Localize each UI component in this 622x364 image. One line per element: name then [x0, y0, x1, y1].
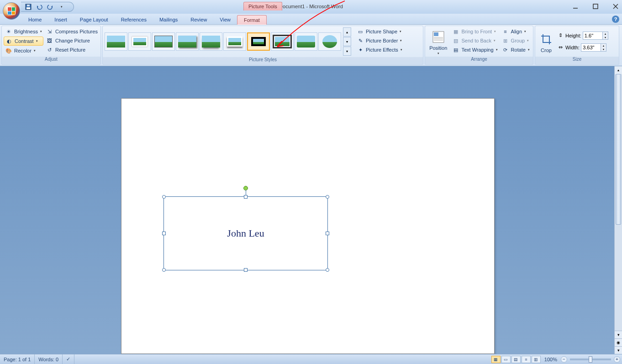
status-words[interactable]: Words: 0: [35, 354, 63, 364]
resize-handle-tl[interactable]: [162, 195, 166, 199]
style-thumb-3[interactable]: [152, 32, 175, 51]
maximize-button[interactable]: [592, 3, 599, 10]
change-picture-button[interactable]: 🖼Change Picture: [45, 37, 99, 45]
scroll-down-button[interactable]: ▾: [615, 331, 622, 338]
next-page-button[interactable]: ▾: [615, 346, 622, 354]
tab-view[interactable]: View: [213, 15, 237, 24]
bring-to-front-button[interactable]: ▦Bring to Front▾: [451, 27, 499, 36]
tab-page-layout[interactable]: Page Layout: [74, 15, 115, 24]
style-thumb-4[interactable]: [176, 32, 199, 51]
width-label: Width:: [565, 45, 580, 50]
status-page[interactable]: Page: 1 of 1: [0, 354, 35, 364]
picture-border-label: Picture Border: [366, 38, 398, 43]
style-thumb-8[interactable]: [271, 32, 294, 51]
scroll-up-button[interactable]: ▴: [615, 66, 622, 74]
rotate-label: Rotate: [511, 47, 526, 53]
gallery-scroll-down[interactable]: ▾: [343, 37, 351, 46]
view-outline[interactable]: ≡: [522, 356, 531, 363]
close-button[interactable]: [612, 3, 619, 10]
recolor-button[interactable]: 🎨Recolor▾: [4, 47, 43, 55]
group-button[interactable]: ⊞Group▾: [501, 37, 531, 45]
tab-mailings[interactable]: Mailings: [153, 15, 184, 24]
save-button[interactable]: [25, 3, 32, 11]
zoom-level[interactable]: 100%: [544, 357, 557, 362]
scroll-track[interactable]: [615, 74, 622, 331]
resize-handle-bl[interactable]: [162, 268, 166, 272]
zoom-in-button[interactable]: +: [614, 356, 620, 363]
group-styles-label: Picture Styles: [103, 57, 423, 64]
crop-button[interactable]: Crop: [537, 27, 555, 55]
view-print-layout[interactable]: ▦: [491, 356, 501, 363]
tab-format[interactable]: Format: [237, 15, 267, 25]
reset-label: Reset Picture: [55, 47, 85, 53]
resize-handle-l[interactable]: [162, 232, 166, 235]
tab-references[interactable]: References: [115, 15, 153, 24]
title-bar: ▾ Document1 - Microsoft Word Picture Too…: [0, 0, 622, 14]
brightness-label: Brightness: [14, 29, 38, 34]
minimize-button[interactable]: [572, 3, 579, 10]
gallery-expand[interactable]: ▾: [343, 47, 351, 56]
text-wrapping-button[interactable]: ▤Text Wrapping▾: [451, 46, 499, 54]
height-input[interactable]: ▴▾: [583, 32, 608, 40]
resize-handle-r[interactable]: [326, 232, 329, 235]
resize-handle-b[interactable]: [244, 268, 248, 272]
zoom-out-button[interactable]: −: [561, 356, 567, 363]
style-thumb-10[interactable]: [318, 32, 341, 51]
brightness-button[interactable]: ☀Brightness▾: [4, 27, 43, 36]
height-value[interactable]: [583, 32, 602, 39]
document-workspace[interactable]: John Leu ▴ ▾ ◉ ▾: [0, 66, 622, 354]
align-button[interactable]: ≡Align▾: [501, 27, 531, 36]
group-adjust: ☀Brightness▾ ◐Contrast▾ 🎨Recolor▾ ⇲Compr…: [1, 26, 101, 65]
style-thumb-9[interactable]: [295, 32, 317, 51]
compress-pictures-button[interactable]: ⇲Compress Pictures: [45, 27, 99, 36]
tab-home[interactable]: Home: [22, 15, 48, 24]
view-full-screen[interactable]: ▭: [501, 356, 511, 363]
picture-effects-button[interactable]: ✦Picture Effects▾: [355, 46, 404, 54]
width-spin-up[interactable]: ▴: [601, 44, 606, 47]
style-thumb-1[interactable]: [105, 32, 127, 51]
status-proofing[interactable]: ✓: [63, 354, 74, 364]
contrast-button[interactable]: ◐Contrast▾: [4, 37, 43, 46]
previous-page-button[interactable]: ◉: [615, 338, 622, 346]
crop-label: Crop: [541, 47, 552, 53]
tab-review[interactable]: Review: [184, 15, 213, 24]
office-button[interactable]: [3, 2, 20, 20]
view-web-layout[interactable]: ▤: [511, 356, 521, 363]
reset-picture-button[interactable]: ↺Reset Picture: [45, 46, 99, 54]
qat-customize-dropdown[interactable]: ▾: [58, 3, 65, 11]
picture-border-icon: ✎: [357, 37, 364, 44]
picture-effects-label: Picture Effects: [366, 47, 398, 53]
zoom-slider[interactable]: [570, 359, 611, 360]
height-spin-down[interactable]: ▾: [602, 36, 608, 39]
style-gallery: ▴ ▾ ▾: [105, 27, 351, 56]
style-thumb-2[interactable]: [128, 32, 151, 51]
zoom-slider-thumb[interactable]: [589, 356, 592, 363]
picture-border-button[interactable]: ✎Picture Border▾: [355, 37, 404, 45]
svg-rect-2: [27, 5, 30, 6]
style-thumb-6[interactable]: [223, 32, 246, 51]
group-obj-label: Group: [511, 38, 525, 43]
rotate-button[interactable]: ⟳Rotate▾: [501, 46, 531, 54]
selected-picture[interactable]: John Leu: [163, 196, 328, 270]
height-spin-up[interactable]: ▴: [602, 32, 608, 36]
resize-handle-tr[interactable]: [326, 195, 329, 199]
tab-insert[interactable]: Insert: [48, 15, 74, 24]
resize-handle-t[interactable]: [244, 195, 248, 199]
width-value[interactable]: [581, 44, 601, 51]
help-button[interactable]: ?: [612, 16, 619, 23]
resize-handle-br[interactable]: [326, 268, 329, 272]
view-draft[interactable]: ▥: [532, 356, 541, 363]
position-button[interactable]: Position▾: [427, 27, 449, 55]
send-to-back-button[interactable]: ▧Send to Back▾: [451, 37, 499, 45]
style-thumb-7[interactable]: [247, 32, 270, 51]
width-spin-down[interactable]: ▾: [601, 47, 606, 51]
undo-button[interactable]: [36, 3, 43, 11]
gallery-scroll-up[interactable]: ▴: [343, 27, 351, 37]
scroll-thumb[interactable]: [616, 74, 621, 225]
redo-button[interactable]: [47, 3, 54, 11]
width-input[interactable]: ▴▾: [581, 43, 606, 52]
picture-shape-button[interactable]: ▭Picture Shape▾: [355, 27, 404, 36]
group-icon: ⊞: [502, 37, 509, 44]
svg-rect-8: [434, 32, 438, 36]
style-thumb-5[interactable]: [200, 32, 222, 51]
